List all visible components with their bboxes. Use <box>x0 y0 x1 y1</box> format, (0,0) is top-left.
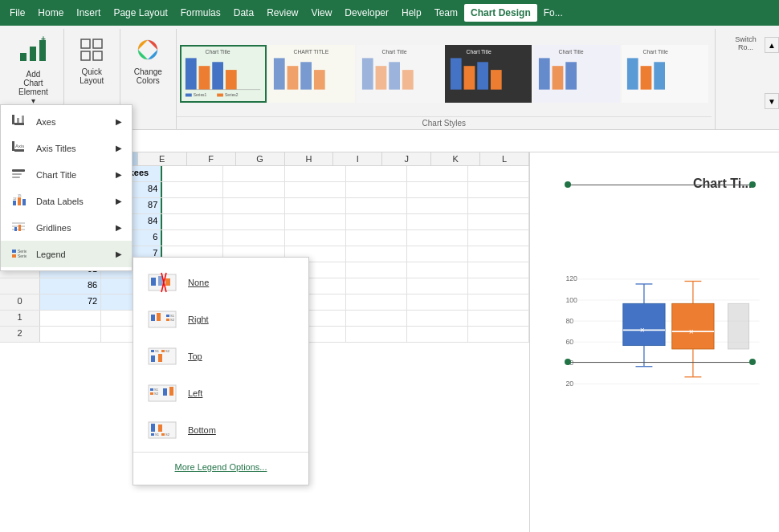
handle-left-mid[interactable] <box>565 359 571 365</box>
chart-style-3[interactable]: Chart Title <box>357 45 443 103</box>
cell-i-9[interactable] <box>407 311 468 326</box>
cell-f-4[interactable] <box>223 230 284 246</box>
dropdown-axes[interactable]: Axes ▶ <box>1 108 132 135</box>
cell-f-2[interactable] <box>223 198 284 213</box>
cell-h-7[interactable] <box>346 278 407 294</box>
menu-home[interactable]: Home <box>31 4 70 22</box>
cell-j-9[interactable] <box>468 311 529 326</box>
formula-input[interactable] <box>93 136 776 146</box>
cell-j-4[interactable] <box>468 230 529 246</box>
cell-f-3[interactable] <box>223 214 284 229</box>
col-header-h[interactable]: H <box>285 152 334 165</box>
menu-chart-design[interactable]: Chart Design <box>464 4 537 22</box>
menu-developer[interactable]: Developer <box>338 4 395 22</box>
cell-c-9[interactable] <box>40 311 101 326</box>
col-header-l[interactable]: L <box>480 152 529 165</box>
col-header-e[interactable]: E <box>138 152 187 165</box>
cell-h-6[interactable] <box>346 262 407 278</box>
menu-help[interactable]: Help <box>395 4 428 22</box>
menu-team[interactable]: Team <box>428 4 464 22</box>
cell-i-7[interactable] <box>407 278 468 294</box>
quick-layout-button[interactable]: Quick Layout <box>67 35 116 88</box>
cell-h-8[interactable] <box>346 294 407 310</box>
cell-i-8[interactable] <box>407 294 468 310</box>
cell-j-3[interactable] <box>468 214 529 229</box>
cell-h-4[interactable] <box>346 230 407 246</box>
cell-e-2[interactable] <box>162 198 223 213</box>
chart-style-4[interactable]: Chart Title <box>445 45 532 103</box>
cell-i-3[interactable] <box>407 214 468 229</box>
more-legend-options[interactable]: More Legend Options... <box>133 456 308 478</box>
cell-j-2[interactable] <box>468 198 529 213</box>
cell-i-4[interactable] <box>407 230 468 246</box>
cell-i-10[interactable] <box>407 327 468 342</box>
cell-h-2[interactable] <box>346 198 407 213</box>
dropdown-gridlines[interactable]: Gridlines ▶ <box>1 214 132 241</box>
cell-g-1[interactable] <box>285 182 346 197</box>
styles-scroll-down[interactable]: ▼ <box>765 93 779 109</box>
menu-insert[interactable]: Insert <box>70 4 107 22</box>
dropdown-legend[interactable]: Series1Series2 Legend ▶ <box>1 241 132 267</box>
menu-page-layout[interactable]: Page Layout <box>107 4 173 22</box>
menu-more[interactable]: Fo... <box>537 4 569 22</box>
menu-data[interactable]: Data <box>227 4 260 22</box>
cell-e-3[interactable] <box>162 214 223 229</box>
cell-c-7[interactable]: 86 <box>40 278 101 294</box>
legend-bottom[interactable]: S1 S2 Bottom <box>133 412 308 449</box>
cell-e-0[interactable] <box>162 166 223 181</box>
legend-left[interactable]: S1 S2 Left <box>133 375 308 412</box>
legend-right[interactable]: S1 S2 Right <box>133 301 308 338</box>
cell-i-5[interactable] <box>407 246 468 262</box>
cell-g-0[interactable] <box>285 166 346 181</box>
cell-h-5[interactable] <box>346 246 407 262</box>
col-header-i[interactable]: I <box>333 152 382 165</box>
cell-j-5[interactable] <box>468 246 529 262</box>
change-colors-button[interactable]: Change Colors <box>124 35 172 88</box>
styles-scroll-up[interactable]: ▲ <box>765 37 779 53</box>
cell-g-4[interactable] <box>285 230 346 246</box>
cell-f-1[interactable] <box>223 182 284 197</box>
cell-j-1[interactable] <box>468 182 529 197</box>
chart-style-2[interactable]: CHART TITLE <box>268 45 355 103</box>
cell-e-1[interactable] <box>162 182 223 197</box>
dropdown-axis-titles[interactable]: Axis Axis Titles ▶ <box>1 135 132 161</box>
cell-e-4[interactable] <box>162 230 223 246</box>
handle-right-top[interactable] <box>749 181 756 188</box>
handle-right-mid[interactable] <box>749 359 756 365</box>
cell-i-6[interactable] <box>407 262 468 278</box>
handle-left-top[interactable] <box>565 181 571 188</box>
cell-j-7[interactable] <box>468 278 529 294</box>
chart-style-6[interactable]: Chart Title <box>622 45 708 103</box>
menu-formulas[interactable]: Formulas <box>174 4 227 22</box>
cell-g-2[interactable] <box>285 198 346 213</box>
cell-h-9[interactable] <box>346 311 407 326</box>
cell-j-10[interactable] <box>468 327 529 342</box>
chart-style-5[interactable]: Chart Title <box>533 45 620 103</box>
cell-j-6[interactable] <box>468 262 529 278</box>
cell-i-2[interactable] <box>407 198 468 213</box>
col-header-g[interactable]: G <box>236 152 285 165</box>
cell-h-3[interactable] <box>346 214 407 229</box>
col-header-k[interactable]: K <box>431 152 480 165</box>
cell-c-8[interactable]: 72 <box>40 294 101 310</box>
cell-h-1[interactable] <box>346 182 407 197</box>
cell-i-0[interactable] <box>407 166 468 181</box>
cell-g-3[interactable] <box>285 214 346 229</box>
cell-h-0[interactable] <box>346 166 407 181</box>
dropdown-data-labels[interactable]: 1215 Data Labels ▶ <box>1 188 132 214</box>
legend-top[interactable]: S1 S2 Top <box>133 338 308 375</box>
cell-i-1[interactable] <box>407 182 468 197</box>
cell-j-8[interactable] <box>468 294 529 310</box>
add-chart-element-button[interactable]: + Add ChartElement ▾ <box>10 32 57 108</box>
cell-c-10[interactable] <box>40 327 101 342</box>
col-header-j[interactable]: J <box>382 152 431 165</box>
menu-file[interactable]: File <box>3 4 31 22</box>
menu-review[interactable]: Review <box>260 4 304 22</box>
chart-style-1[interactable]: Chart Title Series1 Series2 <box>180 45 267 103</box>
dropdown-chart-title[interactable]: Chart Title ▶ <box>1 161 132 188</box>
cell-f-0[interactable] <box>223 166 284 181</box>
legend-none[interactable]: None <box>133 264 308 301</box>
cell-h-10[interactable] <box>346 327 407 342</box>
menu-view[interactable]: View <box>305 4 339 22</box>
col-header-f[interactable]: F <box>187 152 236 165</box>
